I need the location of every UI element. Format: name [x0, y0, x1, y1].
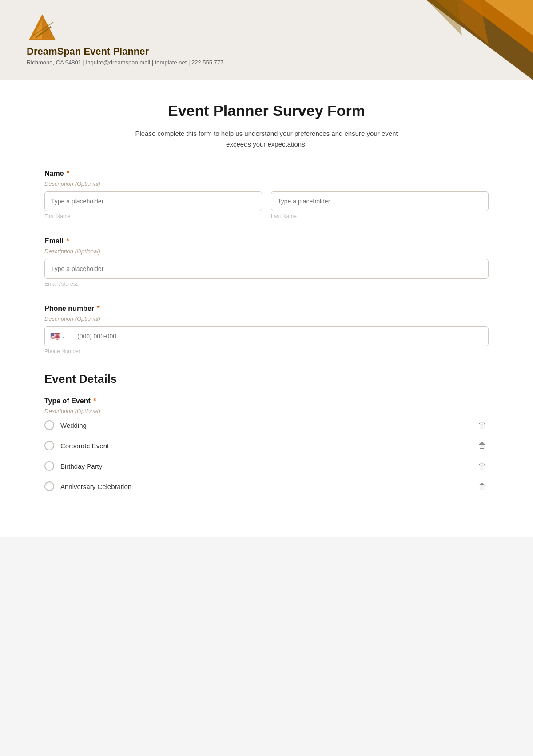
header-decoration-icon	[346, 0, 533, 80]
type-of-event-description: Description (Optional)	[44, 408, 489, 414]
chevron-down-icon: ⌄	[62, 334, 65, 339]
first-name-input[interactable]	[44, 191, 262, 211]
name-field-row: First Name Last Name	[44, 191, 489, 219]
radio-label-wedding: Wedding	[60, 422, 87, 429]
radio-circle-wedding[interactable]	[44, 420, 54, 430]
event-details-heading: Event Details	[44, 372, 489, 386]
type-of-event-required-star: *	[91, 397, 96, 405]
flag-emoji: 🇺🇸	[50, 331, 60, 341]
logo-container	[27, 13, 223, 42]
radio-circle-anniversary[interactable]	[44, 481, 54, 491]
company-logo-icon	[27, 13, 58, 42]
name-section: Name * Description (Optional) First Name…	[44, 170, 489, 219]
last-name-sublabel: Last Name	[271, 213, 489, 219]
radio-label-birthday: Birthday Party	[60, 462, 102, 470]
company-info: DreamSpan Event Planner Richmond, CA 948…	[27, 46, 223, 66]
event-details-section: Event Details Type of Event * Descriptio…	[44, 372, 489, 493]
email-input[interactable]	[44, 259, 489, 279]
name-description: Description (Optional)	[44, 180, 489, 187]
radio-option-anniversary: Anniversary Celebration 🗑	[44, 480, 489, 493]
phone-sublabel: Phone Number	[44, 348, 489, 354]
phone-required-star: *	[95, 305, 100, 312]
radio-left-birthday: Birthday Party	[44, 461, 102, 471]
radio-option-wedding: Wedding 🗑	[44, 419, 489, 431]
last-name-input[interactable]	[271, 191, 489, 211]
name-required-star: *	[65, 170, 70, 177]
company-name: DreamSpan Event Planner	[27, 46, 223, 57]
email-sublabel: Email Address	[44, 281, 489, 287]
form-title: Event Planner Survey Form	[44, 102, 489, 119]
email-required-star: *	[64, 237, 69, 245]
last-name-col: Last Name	[271, 191, 489, 219]
radio-label-anniversary: Anniversary Celebration	[60, 483, 131, 490]
name-label: Name *	[44, 170, 489, 178]
email-section: Email * Description (Optional) Email Add…	[44, 237, 489, 287]
form-description: Please complete this form to help us und…	[129, 128, 404, 150]
type-of-event-subsection: Type of Event * Description (Optional) W…	[44, 397, 489, 493]
first-name-sublabel: First Name	[44, 213, 262, 219]
page-header: DreamSpan Event Planner Richmond, CA 948…	[0, 0, 533, 80]
radio-label-corporate: Corporate Event	[60, 442, 109, 450]
radio-left-corporate: Corporate Event	[44, 441, 109, 450]
svg-marker-8	[426, 0, 462, 36]
header-left: DreamSpan Event Planner Richmond, CA 948…	[27, 13, 223, 66]
radio-option-birthday: Birthday Party 🗑	[44, 460, 489, 472]
radio-left-wedding: Wedding	[44, 420, 87, 430]
delete-icon-wedding[interactable]: 🗑	[476, 419, 489, 431]
email-description: Description (Optional)	[44, 248, 489, 255]
delete-icon-corporate[interactable]: 🗑	[476, 439, 489, 452]
radio-circle-corporate[interactable]	[44, 441, 54, 450]
company-details: Richmond, CA 94801 | inquire@dreamspan.m…	[27, 59, 223, 66]
main-content: Event Planner Survey Form Please complet…	[0, 80, 533, 537]
radio-circle-birthday[interactable]	[44, 461, 54, 471]
phone-number-input[interactable]	[71, 327, 488, 346]
first-name-col: First Name	[44, 191, 262, 219]
radio-option-corporate: Corporate Event 🗑	[44, 439, 489, 452]
phone-label: Phone number *	[44, 305, 489, 313]
email-label: Email *	[44, 237, 489, 245]
delete-icon-anniversary[interactable]: 🗑	[476, 480, 489, 493]
delete-icon-birthday[interactable]: 🗑	[476, 460, 489, 472]
phone-flag-selector[interactable]: 🇺🇸 ⌄	[45, 327, 71, 346]
phone-section: Phone number * Description (Optional) 🇺🇸…	[44, 305, 489, 354]
radio-left-anniversary: Anniversary Celebration	[44, 481, 131, 491]
phone-description: Description (Optional)	[44, 315, 489, 322]
phone-input-container: 🇺🇸 ⌄	[44, 326, 489, 346]
type-of-event-label: Type of Event *	[44, 397, 489, 405]
